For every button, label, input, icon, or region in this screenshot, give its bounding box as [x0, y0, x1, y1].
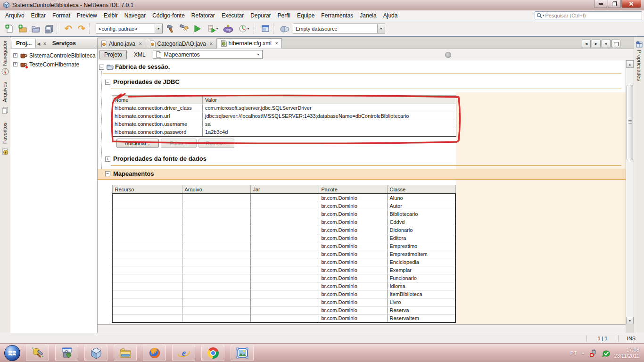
menu-item[interactable]: Ferramentas: [318, 11, 356, 20]
taskbar-windows-explorer[interactable]: [114, 345, 137, 361]
jar-cell[interactable]: [250, 242, 319, 250]
jar-cell[interactable]: [250, 266, 319, 274]
jdbc-property-row[interactable]: hibernate.connection.username sa: [112, 120, 456, 128]
recurso-cell[interactable]: [112, 282, 182, 290]
favorites-icon[interactable]: ✱: [1, 148, 9, 156]
new-file-button[interactable]: [3, 23, 16, 35]
adicionar-button[interactable]: Adicionar...: [116, 139, 159, 148]
menu-item[interactable]: Ajuda: [380, 11, 401, 20]
tab-projetos[interactable]: Proj...: [12, 39, 36, 48]
arquivo-cell[interactable]: [182, 282, 250, 290]
editar-button[interactable]: Editar...: [161, 139, 197, 148]
classe-cell[interactable]: Exemplar: [387, 266, 455, 274]
xml-view-button[interactable]: XML: [130, 50, 150, 59]
arquivo-cell[interactable]: [182, 242, 250, 250]
files-icon[interactable]: [1, 107, 9, 114]
classe-cell[interactable]: Cddvd: [387, 218, 455, 226]
jar-cell[interactable]: [250, 258, 319, 266]
safely-remove-hardware-icon[interactable]: [589, 349, 597, 357]
pacote-cell[interactable]: br.com.Dominio: [319, 210, 387, 218]
scroll-tabs-right-button[interactable]: ▶: [592, 40, 601, 48]
mapping-row[interactable]: br.com.Dominio Cddvd: [112, 218, 455, 226]
property-name-cell[interactable]: hibernate.connection.driver_class: [112, 104, 203, 112]
jar-cell[interactable]: [250, 306, 319, 314]
classe-cell[interactable]: Livro: [387, 298, 455, 306]
jar-cell[interactable]: [250, 234, 319, 242]
recurso-cell[interactable]: [112, 258, 182, 266]
jar-cell[interactable]: [250, 218, 319, 226]
recurso-cell[interactable]: [112, 218, 182, 226]
compass-icon[interactable]: [1, 68, 9, 75]
scroll-down-button[interactable]: ▼: [626, 317, 634, 324]
expand-icon[interactable]: +: [13, 62, 17, 66]
tab-categoriadao-java[interactable]: CategoriaDAO.java ✕: [146, 39, 217, 49]
config-select[interactable]: <config. padrão> ▼: [96, 24, 163, 33]
jar-cell[interactable]: [250, 290, 319, 298]
recurso-cell[interactable]: [112, 266, 182, 274]
column-header-valor[interactable]: Valor: [203, 96, 456, 104]
tab-close-icon[interactable]: ✕: [139, 41, 142, 46]
deploy-button[interactable]: [279, 23, 291, 35]
mapping-row[interactable]: br.com.Dominio EmprestimoItem: [112, 250, 455, 258]
property-value-cell[interactable]: sa: [203, 120, 456, 128]
column-header-arquivo[interactable]: Arquivo: [182, 185, 250, 194]
column-header-recurso[interactable]: Recurso: [112, 185, 182, 194]
mapping-row[interactable]: br.com.Dominio Editora: [112, 234, 455, 242]
mapping-row[interactable]: br.com.Dominio Funcionario: [112, 274, 455, 282]
recurso-cell[interactable]: [112, 226, 182, 234]
pacote-cell[interactable]: br.com.Dominio: [319, 194, 387, 202]
mapping-row[interactable]: br.com.Dominio Enciclopedia: [112, 258, 455, 266]
mapping-row[interactable]: br.com.Dominio Exemplar: [112, 266, 455, 274]
mapping-row[interactable]: br.com.Dominio Idioma: [112, 282, 455, 290]
close-panel-icon[interactable]: ✕: [42, 41, 49, 48]
classe-cell[interactable]: Reserva: [387, 306, 455, 314]
classe-cell[interactable]: ReservaItem: [387, 314, 455, 323]
recurso-cell[interactable]: [112, 306, 182, 314]
recurso-cell[interactable]: [112, 250, 182, 258]
menu-item[interactable]: Arquivo: [2, 11, 28, 20]
jar-cell[interactable]: [250, 274, 319, 282]
classe-cell[interactable]: Autor: [387, 202, 455, 210]
mapping-row[interactable]: br.com.Dominio ItemBiblioteca: [112, 290, 455, 298]
classe-cell[interactable]: Editora: [387, 234, 455, 242]
arquivo-cell[interactable]: [182, 226, 250, 234]
pacote-cell[interactable]: br.com.Dominio: [319, 306, 387, 314]
mapping-row[interactable]: br.com.Dominio Autor: [112, 202, 455, 210]
taskbar-firefox[interactable]: [143, 345, 166, 361]
menu-item[interactable]: Format: [49, 11, 74, 20]
arquivo-cell[interactable]: [182, 250, 250, 258]
tray-expand-icon[interactable]: ▲: [581, 351, 585, 355]
tab-servicos[interactable]: Serviços: [49, 39, 80, 48]
recurso-cell[interactable]: [112, 314, 182, 323]
search-box[interactable]: ▾: [535, 11, 642, 19]
jdbc-property-row[interactable]: hibernate.connection.password 1a2b3c4d: [112, 128, 456, 137]
arquivo-cell[interactable]: [182, 234, 250, 242]
arquivo-cell[interactable]: [182, 274, 250, 282]
recurso-cell[interactable]: [112, 290, 182, 298]
recurso-cell[interactable]: [112, 298, 182, 306]
classe-cell[interactable]: EmprestimoItem: [387, 250, 455, 258]
jar-cell[interactable]: [250, 282, 319, 290]
tree-item-project[interactable]: + SistemaControleBiblioteca: [10, 51, 97, 60]
pacote-cell[interactable]: br.com.Dominio: [319, 226, 387, 234]
recurso-cell[interactable]: [112, 202, 182, 210]
dock-tab-arquivos[interactable]: Arquivos: [2, 82, 8, 102]
project-name[interactable]: SistemaControleBiblioteca: [29, 52, 96, 59]
arquivo-cell[interactable]: [182, 298, 250, 306]
column-header-pacote[interactable]: Pacote: [319, 185, 387, 194]
pacote-cell[interactable]: br.com.Dominio: [319, 202, 387, 210]
update-success-icon[interactable]: [602, 349, 610, 357]
classe-cell[interactable]: Dicionario: [387, 226, 455, 234]
pacote-cell[interactable]: br.com.Dominio: [319, 258, 387, 266]
property-value-cell[interactable]: jdbc:sqlserver://localhost\MSSQLSERVER:1…: [203, 112, 456, 120]
arquivo-cell[interactable]: [182, 202, 250, 210]
taskbar-internet-explorer[interactable]: e: [172, 345, 195, 361]
expand-icon[interactable]: +: [13, 53, 17, 58]
remover-button[interactable]: Remover: [198, 139, 234, 148]
maximize-editor-button[interactable]: [611, 40, 620, 48]
view-section-select[interactable]: Mapeamentos ▼: [153, 50, 263, 59]
search-input[interactable]: [545, 12, 640, 19]
profile-button[interactable]: ▾: [235, 23, 252, 35]
pacote-cell[interactable]: br.com.Dominio: [319, 314, 387, 323]
jar-cell[interactable]: [250, 314, 319, 323]
